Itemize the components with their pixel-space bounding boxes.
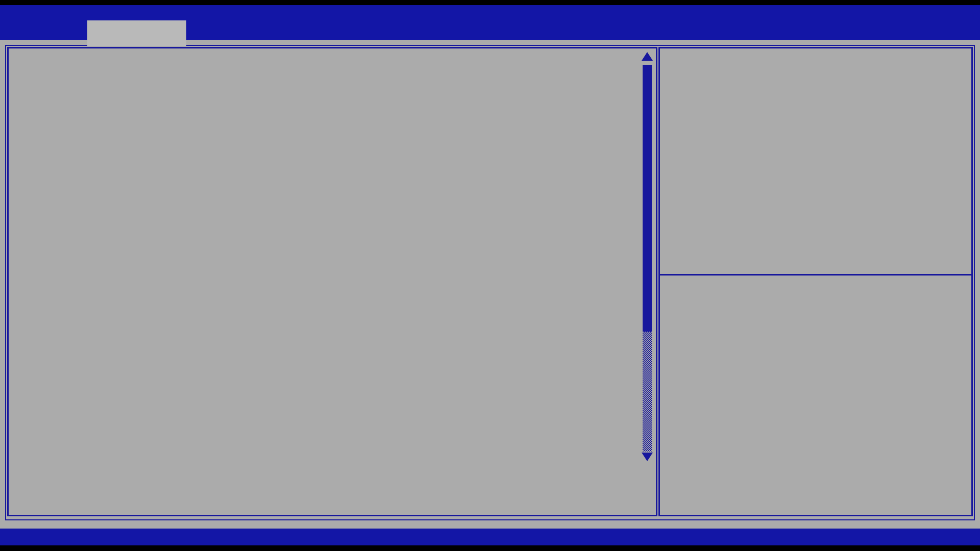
scrollbar-track[interactable]	[643, 332, 652, 452]
bottom-edge	[0, 545, 980, 551]
scroll-down-icon[interactable]	[642, 453, 653, 461]
help-divider	[660, 274, 971, 276]
left-panel	[7, 47, 657, 516]
panel-frame	[5, 45, 975, 520]
footer-bar	[0, 529, 980, 545]
content-area	[0, 40, 980, 529]
section-title	[9, 58, 656, 76]
scrollbar-thumb[interactable]	[643, 65, 652, 332]
help-panel	[658, 47, 973, 516]
help-text	[664, 58, 975, 76]
scrollbar[interactable]	[642, 48, 653, 517]
scroll-up-icon[interactable]	[642, 52, 653, 61]
bios-screen	[0, 0, 980, 551]
version-text	[0, 529, 980, 545]
tab-advanced[interactable]	[87, 20, 186, 46]
header-bar	[0, 5, 980, 40]
